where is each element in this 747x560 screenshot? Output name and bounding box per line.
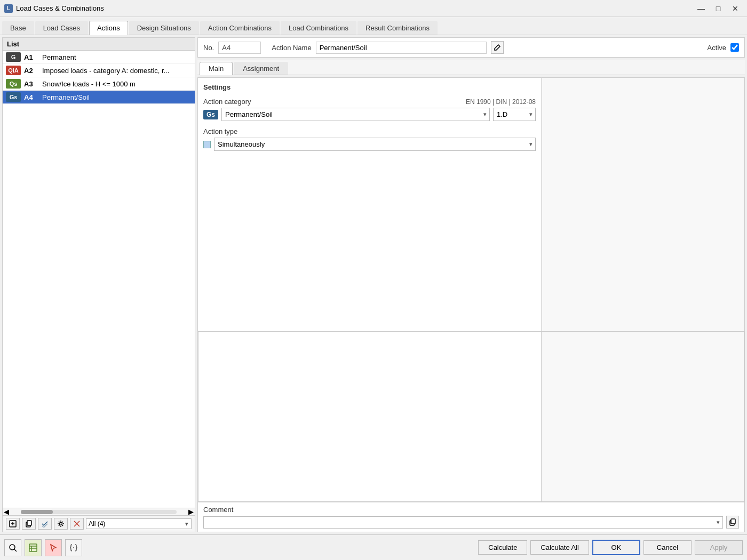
action-badge-qia: QIA xyxy=(6,66,21,75)
list-item-selected[interactable]: Gs A4 Permanent/Soil xyxy=(3,91,195,104)
detail-inner: Settings Action category EN 1990 | DIN |… xyxy=(198,78,744,331)
action-header: No. A4 Action Name Active xyxy=(197,37,745,58)
delete-button[interactable] xyxy=(70,518,84,530)
settings-button[interactable] xyxy=(54,518,68,530)
list-scrollbar[interactable]: ◀ ▶ xyxy=(3,508,195,515)
list-content[interactable]: G A1 Permanent QIA A2 Imposed loads - ca… xyxy=(3,51,195,508)
active-checkbox[interactable] xyxy=(730,43,739,52)
bottom-left xyxy=(198,331,542,502)
left-panel: List G A1 Permanent QIA A2 Imposed loads… xyxy=(2,37,195,532)
list-item[interactable]: QIA A2 Imposed loads - category A: domes… xyxy=(3,64,195,77)
list-toolbar: All (4) Active Inactive xyxy=(3,515,195,532)
no-value: A4 xyxy=(218,42,261,54)
action-type-label: Action type xyxy=(203,127,237,135)
inner-tab-bar: Main Assignment xyxy=(197,60,745,75)
active-label: Active xyxy=(708,44,726,52)
check-all-button[interactable] xyxy=(38,518,52,530)
window-controls: — □ ✕ xyxy=(694,3,743,14)
action-badge-g: G xyxy=(6,52,21,62)
active-checkbox-container xyxy=(730,43,739,52)
filter-select[interactable]: All (4) Active Inactive xyxy=(86,518,192,529)
tab-load-combinations[interactable]: Load Combinations xyxy=(281,21,356,35)
maximize-button[interactable]: □ xyxy=(711,3,726,14)
row-code: A1 xyxy=(24,53,39,61)
scroll-left-btn[interactable]: ◀ xyxy=(3,508,10,516)
row-code: A3 xyxy=(24,80,39,88)
detail-right xyxy=(542,78,744,331)
type-select[interactable]: Simultaneously xyxy=(214,138,536,151)
row-desc: Snow/Ice loads - H <= 1000 m xyxy=(42,80,192,88)
minimize-button[interactable]: — xyxy=(694,3,709,14)
status-bar: Calculate Calculate All OK Cancel Apply xyxy=(0,534,747,560)
no-label: No. xyxy=(203,44,214,52)
cancel-button[interactable]: Cancel xyxy=(643,540,692,555)
tab-design-situations[interactable]: Design Situations xyxy=(129,21,199,35)
status-icons xyxy=(4,539,82,556)
inner-tab-assignment[interactable]: Assignment xyxy=(234,62,288,75)
name-field-group: Action Name xyxy=(272,41,503,54)
filter-dropdown: All (4) Active Inactive xyxy=(86,518,192,529)
row-desc: Permanent xyxy=(42,53,192,61)
edit-icon-button[interactable] xyxy=(491,41,504,54)
svg-rect-12 xyxy=(29,544,37,551)
right-panel: No. A4 Action Name Active Ma xyxy=(197,37,745,532)
close-button[interactable]: ✕ xyxy=(728,3,743,14)
comment-row xyxy=(203,516,739,529)
bottom-buttons: Calculate Calculate All OK Cancel Apply xyxy=(478,540,743,555)
cursor-icon-button[interactable] xyxy=(45,539,62,556)
ok-button[interactable]: OK xyxy=(592,540,640,555)
list-item[interactable]: Qs A3 Snow/Ice loads - H <= 1000 m xyxy=(3,77,195,91)
title-bar: L Load Cases & Combinations — □ ✕ xyxy=(0,0,747,17)
copy-button[interactable] xyxy=(726,516,739,529)
no-field-group: No. A4 xyxy=(203,42,261,54)
comment-select[interactable] xyxy=(203,516,723,529)
action-category-label-row: Action category EN 1990 | DIN | 2012-08 xyxy=(203,98,536,106)
svg-point-10 xyxy=(10,545,15,550)
main-tab-bar: Base Load Cases Actions Design Situation… xyxy=(0,17,747,35)
tab-base[interactable]: Base xyxy=(2,21,34,35)
gs-badge: Gs xyxy=(203,110,218,119)
svg-rect-9 xyxy=(731,519,735,524)
calculate-button[interactable]: Calculate xyxy=(478,540,527,555)
function-icon-button[interactable] xyxy=(65,539,82,556)
table-icon-button[interactable] xyxy=(25,539,42,556)
app-icon: L xyxy=(4,4,13,13)
calculate-all-button[interactable]: Calculate All xyxy=(530,540,589,555)
row-desc: Permanent/Soil xyxy=(42,93,192,101)
type-select-row: Simultaneously xyxy=(203,138,536,151)
main-content: List G A1 Permanent QIA A2 Imposed loads… xyxy=(0,35,747,534)
add-button[interactable] xyxy=(6,518,20,530)
type-checkbox-icon xyxy=(203,141,211,148)
action-type-row: Action type Simultaneously xyxy=(203,127,536,151)
action-type-label-row: Action type xyxy=(203,127,536,135)
duplicate-button[interactable] xyxy=(22,518,36,530)
tab-result-combinations[interactable]: Result Combinations xyxy=(357,21,438,35)
tab-action-combinations[interactable]: Action Combinations xyxy=(200,21,280,35)
inner-tab-main[interactable]: Main xyxy=(200,62,233,75)
window-title: Load Cases & Combinations xyxy=(16,4,694,12)
apply-button[interactable]: Apply xyxy=(695,540,743,555)
svg-rect-4 xyxy=(27,521,31,525)
scrollbar-track[interactable] xyxy=(21,510,177,514)
category-select[interactable]: Permanent/Soil xyxy=(221,108,490,121)
active-section: Active xyxy=(708,43,739,52)
version-select[interactable]: 1.D xyxy=(493,108,536,121)
row-desc: Imposed loads - category A: domestic, r.… xyxy=(42,67,192,75)
action-name-input[interactable] xyxy=(316,42,487,54)
comment-section: Comment xyxy=(198,502,744,532)
action-category-standard: EN 1990 | DIN | 2012-08 xyxy=(466,98,536,106)
svg-line-11 xyxy=(14,549,17,551)
scrollbar-thumb[interactable] xyxy=(21,510,53,514)
scroll-right-btn[interactable]: ▶ xyxy=(187,508,195,516)
action-category-label: Action category xyxy=(203,98,251,106)
tab-load-cases[interactable]: Load Cases xyxy=(35,21,88,35)
list-item[interactable]: G A1 Permanent xyxy=(3,51,195,64)
action-badge-gs: Gs xyxy=(6,92,21,102)
comment-label: Comment xyxy=(203,506,739,514)
search-icon-button[interactable] xyxy=(4,539,21,556)
svg-point-5 xyxy=(60,523,62,525)
tab-actions[interactable]: Actions xyxy=(89,21,128,35)
row-code: A4 xyxy=(24,93,39,101)
bottom-right xyxy=(542,331,744,502)
detail-panel: Settings Action category EN 1990 | DIN |… xyxy=(197,77,745,532)
